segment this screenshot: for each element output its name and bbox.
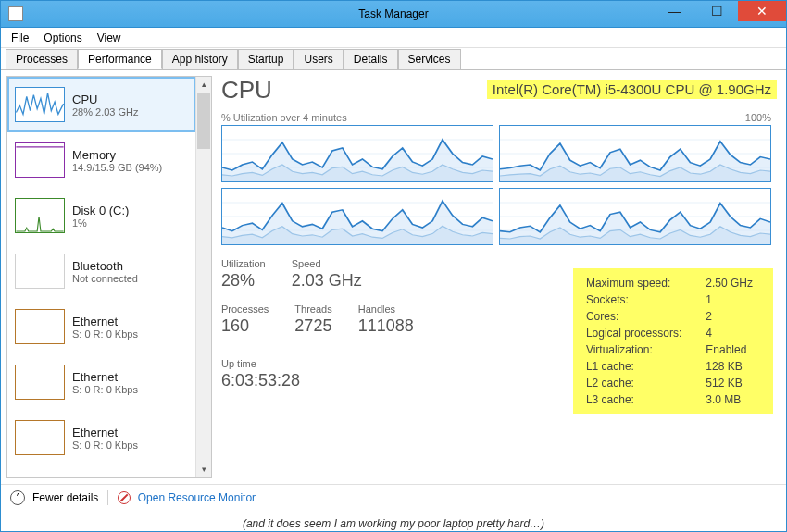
info-key: Cores: (586, 309, 689, 324)
sidebar-item-ethernet-3[interactable]: Ethernet S: 0 R: 0 Kbps (7, 410, 195, 465)
sidebar-item-label: Bluetooth (72, 259, 138, 273)
app-icon (8, 6, 23, 21)
chevron-up-icon[interactable]: ˄ (10, 490, 25, 505)
ethernet-thumb-icon (15, 365, 65, 400)
task-manager-window: Task Manager — ☐ ✕ File Options View Pro… (0, 0, 787, 532)
info-value: 128 KB (691, 359, 760, 374)
stat-utilization: Utilization 28% (221, 258, 266, 291)
sidebar: CPU 28% 2.03 GHz Memory 14.9/15.9 GB (94… (6, 76, 212, 478)
sidebar-item-label: Ethernet (72, 370, 138, 384)
ethernet-thumb-icon (15, 420, 65, 455)
sidebar-item-sub: Not connected (72, 273, 138, 284)
stat-handles: Handles 111088 (358, 303, 414, 336)
graph-y-max: 100% (745, 112, 771, 123)
maximize-button[interactable]: ☐ (695, 1, 738, 21)
sidebar-item-label: Memory (72, 148, 162, 162)
info-value: 1 (691, 292, 760, 307)
info-key: Sockets: (586, 292, 689, 307)
fewer-details-link[interactable]: Fewer details (32, 491, 98, 504)
core-graph-1 (221, 125, 493, 182)
info-value: 2 (691, 309, 760, 324)
sidebar-item-sub: S: 0 R: 0 Kbps (72, 384, 138, 395)
stat-threads: Threads 2725 (294, 303, 331, 336)
tab-startup[interactable]: Startup (238, 49, 294, 69)
scroll-thumb[interactable] (197, 93, 210, 149)
sidebar-item-disk[interactable]: Disk 0 (C:) 1% (7, 188, 195, 243)
scroll-up-icon[interactable]: ▴ (196, 77, 211, 93)
info-key: L1 cache: (586, 359, 689, 374)
info-key: Virtualization: (586, 342, 689, 357)
sidebar-item-cpu[interactable]: CPU 28% 2.03 GHz (7, 77, 195, 132)
core-graph-3 (221, 188, 493, 245)
graph-y-label: % Utilization over 4 minutes (221, 112, 347, 123)
info-value: 4 (691, 326, 760, 340)
close-button[interactable]: ✕ (738, 1, 786, 21)
graph-header: % Utilization over 4 minutes 100% (221, 112, 777, 123)
sidebar-item-bluetooth[interactable]: Bluetooth Not connected (7, 243, 195, 299)
tab-details[interactable]: Details (344, 49, 398, 69)
sidebar-item-ethernet-1[interactable]: Ethernet S: 0 R: 0 Kbps (7, 299, 195, 354)
info-value: 512 KB (691, 376, 760, 390)
sidebar-item-sub: 28% 2.03 GHz (72, 106, 139, 118)
sidebar-scrollbar[interactable]: ▴ ▾ (195, 77, 211, 477)
tab-performance[interactable]: Performance (78, 49, 162, 69)
sidebar-item-label: Ethernet (72, 315, 138, 328)
cpu-thumb-icon (15, 87, 65, 122)
sidebar-item-sub: S: 0 R: 0 Kbps (72, 439, 138, 451)
caption-text: (and it does seem I am working my poor l… (0, 517, 787, 530)
core-graph-4 (499, 188, 771, 245)
sidebar-item-sub: S: 0 R: 0 Kbps (72, 328, 138, 340)
sidebar-item-sub: 14.9/15.9 GB (94%) (72, 162, 162, 173)
sidebar-item-label: CPU (72, 93, 139, 106)
cpu-model-label: Intel(R) Core(TM) i5-4300U CPU @ 1.90GHz (487, 80, 777, 99)
sidebar-item-ethernet-2[interactable]: Ethernet S: 0 R: 0 Kbps (7, 354, 195, 410)
cpu-info-box: Maximum speed:2.50 GHzSockets:1Cores:2Lo… (573, 268, 773, 414)
stat-processes: Processes 160 (221, 303, 269, 336)
page-title: CPU (221, 76, 272, 105)
memory-thumb-icon (15, 142, 65, 178)
menu-file[interactable]: File (6, 30, 34, 47)
menubar: File Options View (0, 28, 787, 48)
cpu-core-graphs (221, 125, 777, 245)
info-key: L2 cache: (586, 376, 689, 390)
sidebar-item-sub: 1% (72, 217, 129, 229)
sidebar-item-label: Ethernet (72, 426, 138, 439)
tabstrip: Processes Performance App history Startu… (0, 48, 787, 70)
sidebar-item-memory[interactable]: Memory 14.9/15.9 GB (94%) (7, 132, 195, 188)
tab-services[interactable]: Services (398, 49, 461, 69)
tab-users[interactable]: Users (294, 49, 343, 69)
footer: ˄ Fewer details Open Resource Monitor (1, 484, 786, 510)
info-value: Enabled (691, 342, 760, 357)
tab-app-history[interactable]: App history (162, 49, 238, 69)
ethernet-thumb-icon (15, 309, 65, 344)
resource-monitor-link[interactable]: Open Resource Monitor (118, 491, 256, 504)
info-key: Logical processors: (586, 326, 689, 340)
titlebar[interactable]: Task Manager — ☐ ✕ (0, 0, 787, 28)
main-panel: CPU Intel(R) Core(TM) i5-4300U CPU @ 1.9… (212, 70, 786, 484)
scroll-down-icon[interactable]: ▾ (196, 462, 211, 477)
bluetooth-thumb-icon (15, 254, 65, 289)
divider (107, 490, 108, 505)
info-value: 3.0 MB (691, 392, 760, 407)
info-key: Maximum speed: (586, 276, 689, 291)
menu-options[interactable]: Options (38, 30, 87, 47)
core-graph-2 (499, 125, 771, 182)
sidebar-item-label: Disk 0 (C:) (72, 204, 129, 217)
info-key: L3 cache: (586, 392, 689, 407)
menu-view[interactable]: View (92, 30, 127, 47)
resource-monitor-icon (118, 491, 131, 504)
disk-thumb-icon (15, 198, 65, 233)
window-buttons: — ☐ ✕ (653, 1, 786, 21)
info-value: 2.50 GHz (691, 276, 760, 291)
cpu-info-table: Maximum speed:2.50 GHzSockets:1Cores:2Lo… (584, 274, 762, 409)
body: CPU 28% 2.03 GHz Memory 14.9/15.9 GB (94… (1, 70, 786, 484)
minimize-button[interactable]: — (653, 1, 695, 21)
stat-uptime: Up time 6:03:53:28 (221, 358, 414, 390)
tab-processes[interactable]: Processes (6, 49, 78, 69)
stat-speed: Speed 2.03 GHz (292, 258, 362, 291)
